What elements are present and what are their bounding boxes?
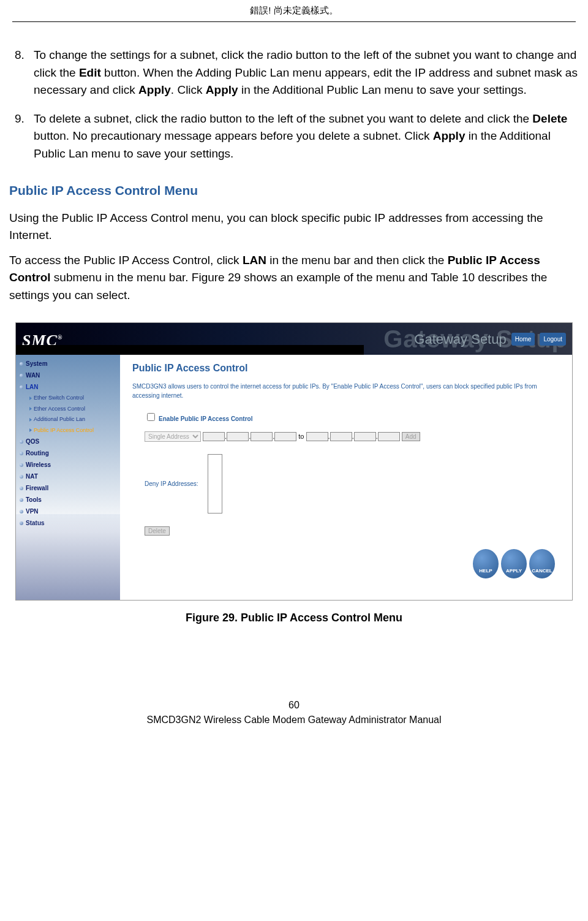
step-text: . Click — [171, 83, 206, 96]
bullet-icon — [20, 374, 23, 377]
step-text: button. No precautionary message appears… — [34, 129, 433, 142]
help-button[interactable]: HELP — [473, 549, 499, 578]
bullet-icon — [20, 385, 23, 389]
bullet-icon — [20, 463, 23, 467]
page-number: 60 — [0, 700, 588, 711]
section-heading: Public IP Access Control Menu — [9, 181, 579, 200]
enable-label: Enable Public IP Access Control — [159, 415, 252, 422]
ip2-octet-4[interactable] — [378, 432, 400, 441]
deny-label: Deny IP Addresses: — [145, 479, 198, 488]
emphasis: Apply — [433, 129, 466, 142]
bullet-icon — [20, 452, 23, 455]
nav-sub-ether-access[interactable]: Ether Access Control — [16, 404, 120, 415]
nav-wireless[interactable]: Wireless — [16, 459, 120, 471]
nav-sub-ether-switch[interactable]: Ether Switch Control — [16, 393, 120, 404]
emphasis: LAN — [243, 254, 266, 267]
arrow-icon — [29, 407, 32, 411]
main-content: To change the settings for a subnet, cli… — [0, 47, 588, 626]
add-button[interactable]: Add — [402, 432, 420, 441]
logout-button[interactable]: Logout — [540, 333, 566, 346]
ip-octet-4[interactable] — [274, 432, 296, 441]
text: To access the Public IP Access Control, … — [9, 254, 243, 267]
nav-sub-public-ip[interactable]: Public IP Access Control — [16, 425, 120, 436]
enable-checkbox[interactable] — [147, 413, 155, 421]
screenshot-figure: SMC® N e t w o r k s Gateway Setup Gatew… — [15, 322, 573, 601]
enable-row: Enable Public IP Access Control — [132, 411, 560, 424]
ip2-octet-1[interactable] — [306, 432, 328, 441]
step-text: To delete a subnet, click the radio butt… — [34, 112, 532, 125]
text: submenu in the menu bar. Figure 29 shows… — [9, 271, 547, 301]
text: in the menu bar and then click the — [266, 254, 448, 267]
emphasis: Apply — [138, 83, 171, 96]
step-9: To delete a subnet, click the radio butt… — [28, 110, 579, 163]
title-wrap: Gateway Setup Home Logout — [414, 323, 572, 355]
nav-tools[interactable]: Tools — [16, 494, 120, 506]
section-p1: Using the Public IP Access Control menu,… — [9, 210, 579, 244]
ip-octet-1[interactable] — [203, 432, 225, 441]
arrow-icon — [29, 428, 32, 432]
ip-entry-row: Single Address ... to ... Add — [132, 431, 560, 442]
arrow-icon — [29, 396, 32, 400]
ss-body: System WAN LAN Ether Switch Control Ethe… — [16, 355, 572, 600]
step-8: To change the settings for a subnet, cli… — [28, 47, 579, 99]
nav-routing[interactable]: Routing — [16, 447, 120, 459]
ip2-octet-3[interactable] — [354, 432, 376, 441]
sidebar: System WAN LAN Ether Switch Control Ethe… — [16, 355, 120, 600]
emphasis: Delete — [532, 112, 567, 125]
deny-listbox[interactable] — [208, 454, 222, 514]
nav-sub-addl-lan[interactable]: Additional Public Lan — [16, 414, 120, 425]
bullet-icon — [20, 362, 23, 366]
nav-wan[interactable]: WAN — [16, 370, 120, 381]
nav-nat[interactable]: NAT — [16, 471, 120, 482]
home-button[interactable]: Home — [511, 333, 535, 346]
step-text: in the Additional Public Lan menu to sav… — [238, 83, 527, 96]
arrow-icon — [29, 418, 32, 422]
black-bar — [16, 345, 364, 355]
bullet-icon — [20, 510, 23, 514]
to-label: to — [298, 433, 304, 440]
emphasis: Edit — [79, 66, 101, 79]
section-p2: To access the Public IP Access Control, … — [9, 252, 579, 305]
ss-header: SMC® N e t w o r k s Gateway Setup Gatew… — [16, 323, 572, 355]
nav-qos[interactable]: QOS — [16, 436, 120, 447]
panel-title: Public IP Access Control — [132, 361, 560, 376]
ip2-octet-2[interactable] — [330, 432, 352, 441]
ip-octet-3[interactable] — [251, 432, 273, 441]
page-footer: 60 SMCD3GN2 Wireless Cable Modem Gateway… — [0, 700, 588, 738]
bullet-icon — [20, 475, 23, 479]
bullet-icon — [20, 440, 23, 444]
emphasis: Apply — [206, 83, 238, 96]
deny-row: Deny IP Addresses: — [132, 454, 560, 514]
footer-title: SMCD3GN2 Wireless Cable Modem Gateway Ad… — [0, 714, 588, 726]
steps-list: To change the settings for a subnet, cli… — [9, 47, 579, 162]
panel-description: SMCD3GN3 allows users to control the int… — [132, 382, 560, 400]
page-header: 錯誤! 尚未定義樣式。 — [12, 0, 576, 22]
reg-mark: ® — [58, 334, 62, 341]
nav-firewall[interactable]: Firewall — [16, 482, 120, 494]
nav-system[interactable]: System — [16, 358, 120, 370]
main-panel: Public IP Access Control SMCD3GN3 allows… — [120, 355, 572, 600]
bullet-icon — [20, 498, 23, 502]
address-type-select[interactable]: Single Address — [145, 431, 201, 442]
delete-button[interactable]: Delete — [145, 526, 170, 536]
ip-octet-2[interactable] — [227, 432, 249, 441]
nav-lan[interactable]: LAN — [16, 381, 120, 393]
bottom-buttons: HELP APPLY CANCEL — [132, 543, 560, 585]
cancel-button[interactable]: CANCEL — [529, 549, 555, 578]
apply-button[interactable]: APPLY — [501, 549, 527, 578]
sidebar-decorative-image — [16, 514, 120, 600]
figure-caption: Figure 29. Public IP Access Control Menu — [9, 610, 579, 626]
app-title: Gateway Setup — [414, 329, 506, 349]
delete-row: Delete — [132, 526, 560, 536]
bullet-icon — [20, 487, 23, 490]
